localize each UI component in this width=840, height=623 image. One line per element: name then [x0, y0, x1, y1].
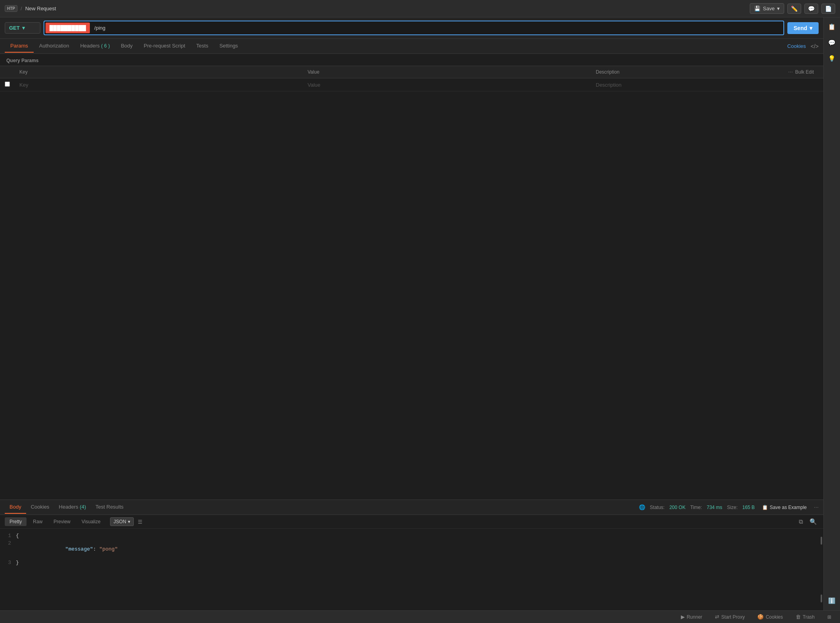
response-view-tabs: Pretty Raw Preview Visualize JSON ▾ ☰ ⧉ …	[0, 515, 823, 529]
response-panel: Body Cookies Headers (4) Test Results 🌐 …	[0, 500, 823, 610]
line-num-3: 3	[0, 559, 16, 566]
json-format-select[interactable]: JSON ▾	[110, 517, 134, 526]
breadcrumb-title: New Request	[25, 6, 56, 11]
save-example-icon: 📋	[762, 505, 768, 510]
table-row: Key Value Description	[0, 78, 823, 91]
search-icon[interactable]: 🔍	[808, 517, 819, 526]
row-desc-cell[interactable]: Description	[591, 78, 823, 91]
sidebar-icon-lightbulb[interactable]: 💡	[826, 52, 838, 65]
tab-settings[interactable]: Settings	[214, 40, 243, 53]
tab-authorization[interactable]: Authorization	[34, 40, 75, 53]
sidebar-icon-info[interactable]: ℹ️	[826, 595, 838, 607]
code-viewer: 1 { 2 "message": "pong" 3 }	[0, 529, 823, 610]
json-dropdown-icon: ▾	[128, 519, 130, 524]
trash-label: Trash	[803, 614, 815, 620]
resp-tab-body[interactable]: Body	[5, 501, 26, 514]
save-dropdown-icon: ▾	[777, 6, 780, 11]
query-params-section: Query Params Key Value Description ⋯ Bu	[0, 54, 823, 500]
save-button[interactable]: 💾 Save ▾	[750, 3, 784, 14]
send-dropdown-icon: ▾	[810, 25, 812, 31]
view-tab-pretty[interactable]: Pretty	[5, 517, 27, 526]
key-col-header: Key	[15, 66, 303, 78]
desc-col-header: Description ⋯ Bulk Edit	[591, 66, 823, 78]
edit-icon-button[interactable]: ✏️	[787, 4, 801, 14]
cookies-button[interactable]: 🍪 Cookies	[755, 613, 785, 621]
grid-icon: ⊞	[827, 614, 831, 620]
start-proxy-label: Start Proxy	[721, 614, 745, 620]
headers-badge-close: )	[108, 43, 110, 49]
row-checkbox-input[interactable]	[5, 82, 10, 87]
method-label: GET	[9, 25, 20, 31]
tab-params-label: Params	[10, 43, 28, 49]
line-num-1: 1	[0, 532, 16, 539]
code-line-3: 3 }	[0, 559, 823, 566]
tab-tests[interactable]: Tests	[191, 40, 214, 53]
copy-icon[interactable]: ⧉	[797, 517, 805, 526]
size-label: Size:	[727, 505, 738, 510]
three-dots-icon[interactable]: ⋯	[788, 69, 793, 75]
runner-button[interactable]: ▶ Runner	[678, 613, 705, 621]
tab-body[interactable]: Body	[115, 40, 138, 53]
send-button[interactable]: Send ▾	[787, 22, 819, 34]
tab-pre-request-script-label: Pre-request Script	[144, 43, 185, 49]
resp-tab-cookies[interactable]: Cookies	[26, 501, 54, 514]
json-value: "pong"	[99, 546, 118, 552]
top-bar: HTP / New Request 💾 Save ▾ ✏️ 💬 📄	[0, 0, 840, 17]
breadcrumb: HTP / New Request	[5, 5, 56, 12]
sidebar-icon-document[interactable]: 📋	[826, 21, 838, 33]
sidebar-icon-chat[interactable]: 💬	[826, 36, 838, 49]
view-tab-visualize[interactable]: Visualize	[77, 517, 105, 526]
main-layout: GET ▾ ██████████ /ping Send ▾ Params Aut…	[0, 17, 840, 610]
more-options-icon[interactable]: ⋯	[814, 505, 819, 510]
tab-pre-request-script[interactable]: Pre-request Script	[138, 40, 191, 53]
grid-icon-button[interactable]: ⊞	[825, 614, 834, 621]
view-tab-raw[interactable]: Raw	[28, 517, 47, 526]
view-tab-preview[interactable]: Preview	[49, 517, 75, 526]
trash-button[interactable]: 🗑 Trash	[793, 613, 817, 621]
url-bar-area: GET ▾ ██████████ /ping Send ▾	[0, 17, 823, 39]
resp-tab-test-results[interactable]: Test Results	[91, 501, 128, 514]
url-input-wrap[interactable]: ██████████ /ping	[44, 21, 784, 35]
resp-tab-body-label: Body	[10, 504, 21, 510]
code-icon[interactable]: </>	[811, 43, 819, 49]
right-sidebar: 📋 💬 💡 ℹ️	[823, 17, 840, 610]
row-key-cell[interactable]: Key	[15, 78, 303, 91]
method-dropdown-icon: ▾	[22, 25, 25, 31]
tab-params[interactable]: Params	[5, 40, 34, 53]
save-example-button[interactable]: 📋 Save as Example	[760, 503, 809, 511]
cookies-link[interactable]: Cookies	[787, 43, 806, 49]
bottom-bar: ▶ Runner ⇄ Start Proxy 🍪 Cookies 🗑 Trash…	[0, 610, 840, 623]
url-highlight-block: ██████████	[46, 23, 90, 33]
trash-icon: 🗑	[796, 614, 801, 620]
save-example-label: Save as Example	[770, 505, 807, 510]
response-tabs-bar: Body Cookies Headers (4) Test Results 🌐 …	[0, 500, 823, 515]
method-select[interactable]: GET ▾	[5, 22, 40, 34]
bulk-edit-label[interactable]: Bulk Edit	[795, 69, 814, 75]
line-content-2: "message": "pong"	[16, 539, 823, 559]
start-proxy-button[interactable]: ⇄ Start Proxy	[713, 613, 747, 621]
status-label: Status:	[650, 505, 665, 510]
json-colon: :	[93, 546, 99, 552]
filter-icon[interactable]: ☰	[138, 519, 143, 525]
content-area: GET ▾ ██████████ /ping Send ▾ Params Aut…	[0, 17, 823, 610]
code-line-2: 2 "message": "pong"	[0, 539, 823, 559]
resp-tab-headers[interactable]: Headers (4)	[54, 501, 91, 514]
comment-icon-button[interactable]: 💬	[804, 4, 818, 14]
checkbox-col-header	[0, 66, 15, 78]
headers-badge-count: 6	[104, 43, 107, 49]
row-value-cell[interactable]: Value	[303, 78, 591, 91]
cookies-label: Cookies	[766, 614, 783, 620]
response-actions: ⧉ 🔍	[797, 517, 819, 526]
headers-badge: (	[101, 43, 103, 49]
save-disk-icon: 💾	[754, 6, 760, 11]
json-key: "message"	[53, 546, 93, 552]
runner-icon: ▶	[681, 614, 685, 620]
scrollbar-indicator-1	[821, 537, 822, 545]
time-label: Time:	[690, 505, 702, 510]
tab-tests-label: Tests	[196, 43, 208, 49]
tab-headers[interactable]: Headers ( 6 )	[75, 40, 116, 53]
document-icon-button[interactable]: 📄	[821, 4, 835, 14]
status-value: 200 OK	[669, 505, 686, 510]
row-checkbox[interactable]	[0, 78, 15, 91]
json-format-label: JSON	[114, 519, 126, 524]
